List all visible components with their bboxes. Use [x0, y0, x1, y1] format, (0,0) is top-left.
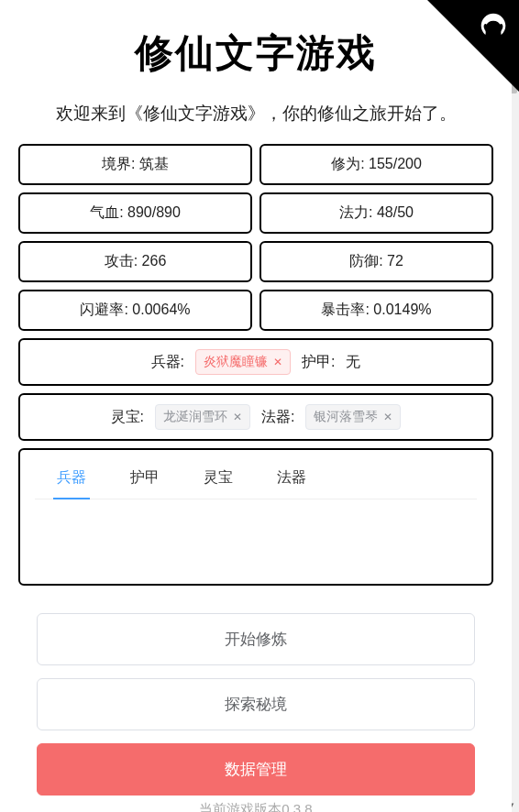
tab-treasure[interactable]: 灵宝 [200, 461, 237, 499]
tabs-list: 兵器 护甲 灵宝 法器 [35, 461, 477, 499]
stat-dodge-label: 闪避率: [80, 302, 127, 317]
stat-cultivation-label: 修为: [331, 156, 364, 171]
stat-atk: 攻击: 266 [18, 241, 252, 282]
cultivate-button[interactable]: 开始修炼 [37, 613, 475, 665]
stat-hp: 气血: 890/890 [18, 192, 252, 234]
close-icon[interactable]: ✕ [233, 411, 242, 422]
data-manage-button[interactable]: 数据管理 [37, 743, 475, 796]
stat-def-label: 防御: [349, 253, 382, 269]
stat-mp-label: 法力: [339, 204, 372, 220]
treasure-tag[interactable]: 龙涎润雪环 ✕ [155, 404, 250, 430]
equip-row-treasure-artifact: 灵宝: 龙涎润雪环 ✕ 法器: 银河落雪琴 ✕ [18, 393, 493, 441]
stat-def: 防御: 72 [260, 241, 493, 282]
stat-crit: 暴击率: 0.0149% [260, 290, 493, 331]
version-text: 当前游戏版本0.3.8 [18, 801, 493, 812]
artifact-name: 银河落雪琴 [314, 409, 378, 425]
inventory-tabs-container: 兵器 护甲 灵宝 法器 [18, 448, 493, 586]
tab-weapon[interactable]: 兵器 [53, 461, 90, 499]
weapon-tag[interactable]: 炎狱魔瞳镰 ✕ [195, 349, 291, 375]
stat-mp: 法力: 48/50 [260, 192, 493, 234]
stat-atk-label: 攻击: [105, 253, 138, 269]
game-title: 修仙文字游戏 [18, 27, 493, 79]
treasure-name: 龙涎润雪环 [163, 409, 227, 425]
stat-crit-value: 0.0149% [373, 302, 431, 317]
artifact-label: 法器: [261, 408, 294, 427]
stat-cultivation-value: 155/200 [369, 156, 422, 171]
armor-value: 无 [346, 353, 360, 372]
welcome-text: 欢迎来到《修仙文字游戏》，你的修仙之旅开始了。 [18, 102, 493, 126]
stat-crit-label: 暴击率: [321, 302, 369, 317]
artifact-tag[interactable]: 银河落雪琴 ✕ [305, 404, 401, 430]
stat-hp-value: 890/890 [127, 204, 181, 220]
tab-artifact[interactable]: 法器 [273, 461, 310, 499]
explore-button[interactable]: 探索秘境 [37, 678, 475, 730]
stat-dodge: 闪避率: 0.0064% [18, 290, 252, 331]
weapon-label: 兵器: [151, 353, 184, 372]
stat-hp-label: 气血: [90, 204, 123, 220]
stat-cultivation: 修为: 155/200 [260, 144, 493, 185]
treasure-label: 灵宝: [111, 408, 144, 427]
stat-def-value: 72 [387, 253, 403, 269]
stat-mp-value: 48/50 [377, 204, 414, 220]
weapon-name: 炎狱魔瞳镰 [204, 354, 268, 370]
stat-dodge-value: 0.0064% [132, 302, 190, 317]
stat-realm-value: 筑基 [139, 156, 169, 171]
cat-icon [479, 11, 508, 44]
stat-realm-label: 境界: [102, 156, 135, 171]
close-icon[interactable]: ✕ [273, 357, 282, 368]
close-icon[interactable]: ✕ [383, 411, 392, 422]
stat-atk-value: 266 [142, 253, 167, 269]
equip-row-weapon-armor: 兵器: 炎狱魔瞳镰 ✕ 护甲: 无 [18, 338, 493, 386]
armor-label: 护甲: [302, 353, 335, 372]
stat-realm: 境界: 筑基 [18, 144, 252, 185]
tab-armor[interactable]: 护甲 [127, 461, 163, 499]
